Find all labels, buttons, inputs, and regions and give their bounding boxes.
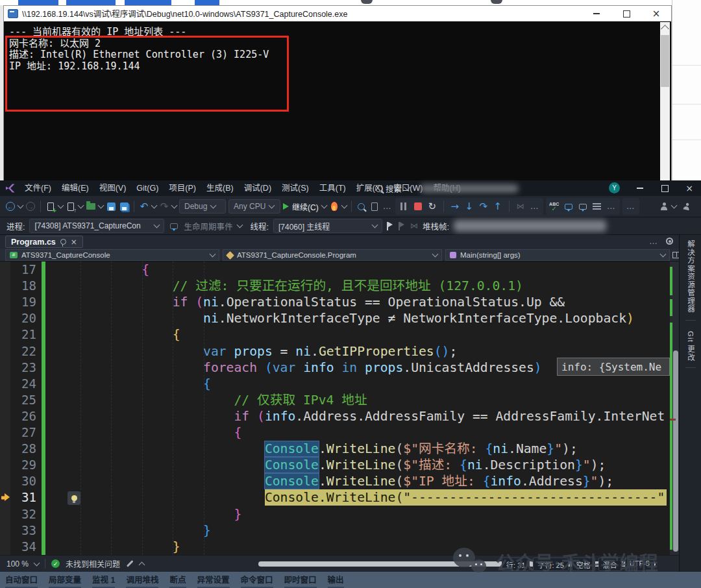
line-number-28[interactable]: 28 <box>10 441 36 457</box>
line-number-17[interactable]: 17 <box>10 262 36 278</box>
code-line-23[interactable]: foreach (var info in props.UnicastAddres… <box>49 360 542 376</box>
line-number-27[interactable]: 27 <box>10 424 36 441</box>
panel-tab-断点[interactable]: 断点 <box>169 572 186 588</box>
find-in-files-button[interactable] <box>356 199 367 214</box>
code-editor[interactable]: 171819202122232425262728293031323334 { /… <box>0 262 701 555</box>
stop-debugging-button[interactable] <box>413 199 423 214</box>
navigate-back-button[interactable]: ← <box>5 199 16 214</box>
flag-icon[interactable] <box>387 222 394 230</box>
vs-maximize-button[interactable] <box>652 180 678 196</box>
menu-item-项目[interactable]: 项目(P) <box>164 180 201 196</box>
menu-item-调试[interactable]: 调试(D) <box>239 180 277 196</box>
thread-dropdown[interactable]: [74060] 主线程 <box>273 219 382 233</box>
chevron-down-icon[interactable] <box>78 202 84 209</box>
step-out-button[interactable]: ↑ <box>493 199 503 214</box>
menu-item-编辑[interactable]: 编辑(E) <box>56 180 94 196</box>
code-line-24[interactable]: { <box>49 376 211 392</box>
continue-button[interactable]: 继续(C) <box>283 199 326 214</box>
toolbar-overflow-button[interactable]: … <box>382 199 393 214</box>
tab-program-cs[interactable]: Program.cs × <box>5 236 83 248</box>
gear-icon[interactable] <box>666 238 673 245</box>
menu-item-生成[interactable]: 生成(B) <box>201 180 239 196</box>
comment-button[interactable] <box>563 199 574 214</box>
chevron-down-icon[interactable] <box>236 222 243 228</box>
menu-item-测试[interactable]: 测试(S) <box>277 180 314 196</box>
side-tab-Git 更改[interactable]: Git 更改 <box>685 331 696 369</box>
new-file-button[interactable] <box>45 199 56 214</box>
code-line-33[interactable]: } <box>49 522 211 539</box>
side-tab-解决方案资源管理器[interactable]: 解决方案资源管理器 <box>685 240 696 321</box>
zoom-level[interactable]: 100 % <box>6 559 29 569</box>
line-number-24[interactable]: 24 <box>10 376 36 392</box>
chevron-down-icon[interactable] <box>341 202 347 209</box>
restart-button[interactable]: ↻ <box>427 199 437 214</box>
chevron-down-icon[interactable] <box>58 202 64 209</box>
chevron-down-icon[interactable] <box>98 202 105 209</box>
code-line-27[interactable]: { <box>49 424 241 441</box>
console-output-area[interactable]: --- 当前机器有效的 IP 地址列表 ---网卡名称: 以太网 2描述: In… <box>4 21 671 181</box>
line-number-32[interactable]: 32 <box>10 506 36 522</box>
editor-scrollbar-thumb[interactable] <box>673 350 678 552</box>
save-all-button[interactable] <box>119 199 129 214</box>
type-dropdown[interactable]: ATS9371_CaptureConsole.Program <box>223 249 442 261</box>
spell-check-button[interactable]: ABC✓ <box>549 199 560 214</box>
uncomment-button[interactable] <box>578 199 588 214</box>
console-close-button[interactable]: × <box>641 6 671 21</box>
panel-tab-监视 1[interactable]: 监视 1 <box>92 572 115 588</box>
configuration-dropdown[interactable]: Debug <box>179 199 226 214</box>
console-scrollbar-thumb[interactable] <box>661 35 669 87</box>
show-next-statement-button[interactable]: → <box>450 199 460 214</box>
console-titlebar[interactable]: \\192.168.19.144\vs调试\程序调试\Debug\net10.0… <box>4 6 671 21</box>
step-over-button[interactable]: ↷ <box>478 199 489 214</box>
vs-minimize-button[interactable] <box>627 180 653 196</box>
code-line-32[interactable]: } <box>49 506 241 522</box>
line-number-22[interactable]: 22 <box>10 343 36 360</box>
breakpoint-margin[interactable] <box>0 262 10 555</box>
redo-button[interactable]: ↷ <box>159 199 169 214</box>
save-button[interactable] <box>106 199 116 214</box>
hot-reload-button[interactable] <box>329 199 339 214</box>
chevron-down-icon[interactable] <box>171 202 178 209</box>
line-number-18[interactable]: 18 <box>10 278 36 294</box>
redacted-stack-frame-dropdown[interactable] <box>454 220 606 232</box>
debugger-datatip[interactable]: info: {System.Ne <box>557 358 670 376</box>
panel-tab-调用堆栈[interactable]: 调用堆栈 <box>126 572 158 588</box>
code-line-22[interactable]: var props = ni.GetIPProperties(); <box>49 343 457 360</box>
code-line-34[interactable]: } <box>49 539 180 555</box>
line-number-19[interactable]: 19 <box>10 294 36 310</box>
tab-overflow-button[interactable]: … <box>649 238 658 245</box>
line-number-30[interactable]: 30 <box>10 473 36 489</box>
code-line-26[interactable]: if (info.Address.AddressFamily == Addres… <box>49 408 665 424</box>
vs-close-button[interactable]: × <box>676 180 701 196</box>
menu-item-Git[interactable]: Git(G) <box>131 180 164 196</box>
search-box[interactable]: 搜索 <box>375 180 410 196</box>
code-line-21[interactable]: { <box>49 326 180 343</box>
menu-item-视图[interactable]: 视图(V) <box>94 180 132 196</box>
close-tab-icon[interactable]: × <box>71 238 77 247</box>
pause-button[interactable] <box>399 199 409 214</box>
threads-icon[interactable]: ⋈ <box>410 221 418 231</box>
step-into-button[interactable]: ↓ <box>464 199 474 214</box>
chevron-down-icon[interactable] <box>151 202 158 209</box>
open-folder-button[interactable] <box>86 199 96 214</box>
line-number-21[interactable]: 21 <box>10 326 36 343</box>
edit-icon[interactable] <box>127 560 133 567</box>
console-maximize-button[interactable] <box>611 6 641 21</box>
code-line-30[interactable]: Console.WriteLine($"IP 地址: {info.Address… <box>49 473 613 489</box>
line-number-31[interactable]: 31 <box>10 489 36 506</box>
code-line-19[interactable]: if (ni.OperationalStatus == OperationalS… <box>49 294 565 310</box>
current-statement-arrow-icon[interactable] <box>1 493 10 501</box>
navigate-forward-button[interactable]: → <box>25 199 36 214</box>
flag-dim-icon[interactable] <box>399 222 406 230</box>
process-dropdown[interactable]: [74308] ATS9371_CaptureCon <box>29 219 164 233</box>
line-number-26[interactable]: 26 <box>10 408 36 424</box>
code-line-25[interactable]: // 仅获取 IPv4 地址 <box>49 392 367 408</box>
send-feedback-button[interactable] <box>682 199 692 214</box>
code-line-28[interactable]: Console.WriteLine($"网卡名称: {ni.Name}"); <box>49 441 578 457</box>
editor-scrollbar[interactable] <box>670 262 679 555</box>
chevron-down-icon[interactable] <box>34 559 40 566</box>
line-number-34[interactable]: 34 <box>10 539 36 555</box>
more-toolbars-button[interactable]: … <box>626 199 636 214</box>
code-line-29[interactable]: Console.WriteLine($"描述: {ni.Description}… <box>49 457 606 473</box>
line-number-33[interactable]: 33 <box>10 522 36 539</box>
